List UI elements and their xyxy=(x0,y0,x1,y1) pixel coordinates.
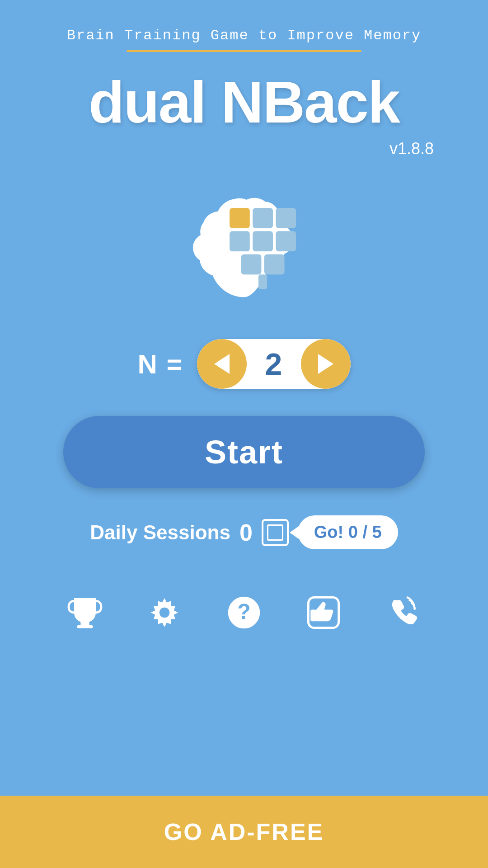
ad-free-label: GO AD-FREE xyxy=(164,818,324,845)
help-nav-item[interactable]: ? xyxy=(221,590,267,635)
app-subtitle: Brain Training Game to Improve Memory xyxy=(67,27,422,44)
go-bubble[interactable]: Go! 0 / 5 xyxy=(298,515,398,549)
n-decrement-button[interactable] xyxy=(197,339,247,389)
svg-rect-6 xyxy=(241,254,262,274)
svg-rect-3 xyxy=(230,231,250,251)
daily-sessions-row: Daily Sessions 0 Go! 0 / 5 xyxy=(90,515,398,549)
subtitle-underline xyxy=(127,50,361,52)
settings-nav-item[interactable] xyxy=(142,590,187,635)
svg-point-12 xyxy=(160,608,169,618)
svg-rect-2 xyxy=(276,208,296,228)
version-label: v1.8.8 xyxy=(389,139,434,158)
left-arrow-icon xyxy=(214,354,230,374)
brain-illustration xyxy=(172,172,316,316)
svg-rect-1 xyxy=(253,208,273,228)
svg-rect-10 xyxy=(77,625,93,628)
ad-free-bar[interactable]: GO AD-FREE xyxy=(0,796,488,868)
svg-rect-0 xyxy=(230,208,250,228)
session-icon-inner xyxy=(267,524,283,541)
n-value-display: 2 xyxy=(247,346,301,382)
svg-rect-5 xyxy=(276,231,296,251)
like-icon xyxy=(305,594,342,631)
n-stepper: 2 xyxy=(197,339,351,389)
session-icon[interactable] xyxy=(262,519,289,546)
n-equals-label: N = xyxy=(137,349,183,380)
trophy-nav-item[interactable] xyxy=(62,590,108,635)
start-button[interactable]: Start xyxy=(63,416,425,488)
phone-icon xyxy=(385,594,421,631)
like-nav-item[interactable] xyxy=(301,590,346,635)
app-title: dual NBack xyxy=(89,70,399,135)
svg-rect-8 xyxy=(258,274,267,289)
svg-rect-4 xyxy=(253,231,273,251)
svg-text:?: ? xyxy=(237,599,250,623)
right-arrow-icon xyxy=(318,354,333,374)
svg-rect-17 xyxy=(310,610,316,622)
svg-rect-7 xyxy=(264,254,285,274)
n-increment-button[interactable] xyxy=(301,339,351,389)
help-icon: ? xyxy=(226,594,262,631)
gear-icon xyxy=(146,594,183,631)
session-count: 0 xyxy=(239,519,253,546)
trophy-icon xyxy=(67,594,103,631)
main-content: Brain Training Game to Improve Memory du… xyxy=(0,0,488,796)
phone-nav-item[interactable] xyxy=(380,590,426,635)
daily-sessions-label: Daily Sessions xyxy=(90,521,230,544)
n-control-row: N = 2 xyxy=(137,339,350,389)
bottom-nav: ? xyxy=(27,581,461,653)
